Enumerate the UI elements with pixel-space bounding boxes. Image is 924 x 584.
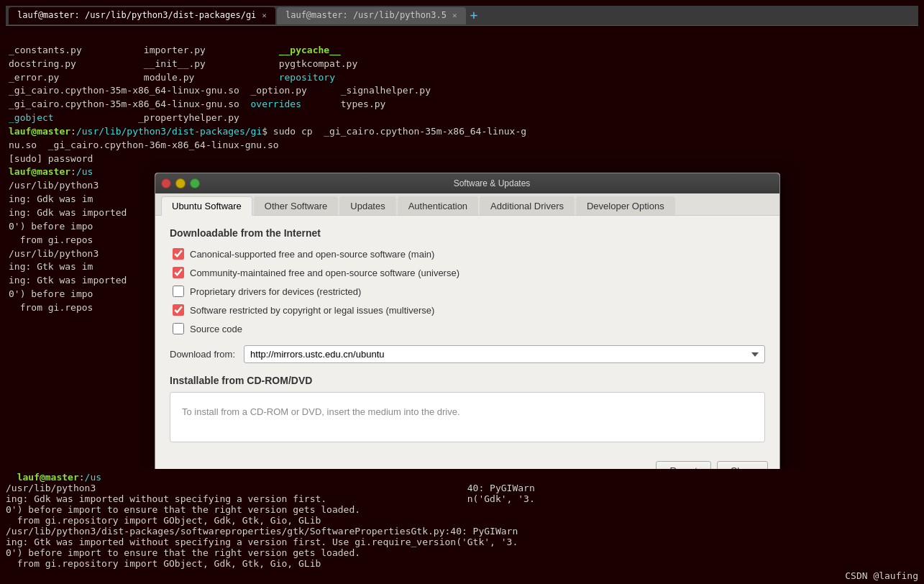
checkbox-multiverse-label: Software restricted by copyright or lega…	[190, 305, 434, 316]
terminal-tab-1-label: lauf@master: /usr/lib/python3/dist-packa…	[17, 9, 256, 22]
titlebar-minimize-button[interactable]	[175, 178, 186, 188]
dialog-titlebar: Software & Updates	[155, 173, 779, 193]
dialog-title: Software & Updates	[210, 178, 774, 188]
titlebar-close-button[interactable]	[161, 178, 171, 188]
terminal-tab-2[interactable]: lauf@master: /usr/lib/python3.5 ✕	[277, 7, 466, 24]
download-from-label: Download from:	[170, 349, 235, 360]
tab-additional-drivers[interactable]: Additional Drivers	[480, 196, 575, 215]
checkbox-row-multiverse: Software restricted by copyright or lega…	[170, 304, 765, 316]
checkbox-source-label: Source code	[190, 324, 242, 334]
checkbox-source[interactable]	[173, 323, 184, 334]
checkbox-restricted-label: Proprietary drivers for devices (restric…	[190, 286, 361, 297]
tab-content-ubuntu-software: Downloadable from the Internet Canonical…	[155, 216, 779, 454]
checkbox-row-restricted: Proprietary drivers for devices (restric…	[170, 285, 765, 298]
terminal-tab-1[interactable]: lauf@master: /usr/lib/python3/dist-packa…	[9, 7, 275, 24]
software-updates-dialog: Software & Updates Ubuntu Software Other…	[155, 173, 780, 491]
download-from-select[interactable]: http://mirrors.ustc.edu.cn/ubuntu	[244, 345, 765, 363]
terminal-tab-1-close[interactable]: ✕	[262, 10, 267, 22]
terminal-tab-2-label: lauf@master: /usr/lib/python3.5	[285, 9, 447, 22]
checkbox-row-main: Canonical-supported free and open-source…	[170, 247, 765, 260]
checkbox-row-source: Source code	[170, 322, 765, 335]
csdn-label: CSDN @laufing	[845, 570, 918, 581]
checkbox-main-label: Canonical-supported free and open-source…	[190, 249, 434, 260]
checkbox-row-universe: Community-maintained free and open-sourc…	[170, 266, 765, 279]
dialog-tabs-bar: Ubuntu Software Other Software Updates A…	[155, 193, 779, 216]
tab-other-software[interactable]: Other Software	[254, 196, 338, 215]
section-downloadable-title: Downloadable from the Internet	[170, 227, 765, 239]
checkbox-main[interactable]	[173, 248, 184, 260]
dialog-body: Ubuntu Software Other Software Updates A…	[155, 193, 779, 491]
tab-ubuntu-software[interactable]: Ubuntu Software	[161, 196, 252, 216]
tab-developer-options[interactable]: Developer Options	[576, 196, 675, 215]
terminal-tab-2-close[interactable]: ✕	[452, 10, 457, 22]
section-cdrom-title: Installable from CD-ROM/DVD	[170, 375, 765, 386]
tab-updates[interactable]: Updates	[339, 196, 395, 215]
titlebar-maximize-button[interactable]	[190, 178, 200, 188]
checkbox-restricted[interactable]	[173, 286, 184, 297]
download-from-row: Download from: http://mirrors.ustc.edu.c…	[170, 345, 765, 363]
tab-authentication[interactable]: Authentication	[398, 196, 478, 215]
terminal-tabbar: lauf@master: /usr/lib/python3/dist-packa…	[6, 6, 918, 26]
terminal-bottom: lauf@master:/us /usr/lib/python3 40: PyG…	[0, 469, 924, 584]
cdrom-placeholder-text: To install from a CD-ROM or DVD, insert …	[182, 406, 460, 417]
checkbox-multiverse[interactable]	[173, 304, 184, 316]
checkbox-universe-label: Community-maintained free and open-sourc…	[190, 268, 459, 278]
terminal-new-tab-button[interactable]: +	[470, 6, 478, 24]
checkbox-universe[interactable]	[173, 267, 184, 278]
cdrom-box: To install from a CD-ROM or DVD, insert …	[170, 392, 765, 442]
